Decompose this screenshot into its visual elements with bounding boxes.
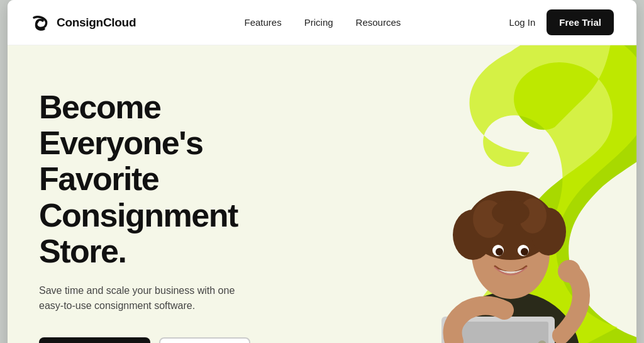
svg-point-14 bbox=[496, 248, 503, 256]
navbar: ConsignCloud Features Pricing Resources … bbox=[8, 0, 636, 45]
hero-section: Become Everyone's Favorite Consignment S… bbox=[8, 45, 636, 343]
nav-link-features[interactable]: Features bbox=[245, 17, 282, 28]
nav-actions: Log In Free Trial bbox=[509, 9, 614, 35]
free-trial-button[interactable]: Free Trial bbox=[547, 9, 614, 35]
hero-subtitle: Save time and scale your business with o… bbox=[39, 283, 253, 313]
hero-buttons: Schedule a Demo View Pricing bbox=[39, 337, 278, 343]
logo-text: ConsignCloud bbox=[57, 16, 136, 30]
nav-link-resources[interactable]: Resources bbox=[356, 17, 401, 28]
browser-window: ConsignCloud Features Pricing Resources … bbox=[8, 0, 636, 343]
hero-image-area bbox=[309, 45, 636, 343]
hero-content: Become Everyone's Favorite Consignment S… bbox=[8, 45, 309, 343]
hero-title: Become Everyone's Favorite Consignment S… bbox=[39, 89, 278, 269]
nav-link-pricing[interactable]: Pricing bbox=[304, 17, 333, 28]
logo-icon bbox=[30, 13, 50, 33]
login-button[interactable]: Log In bbox=[509, 17, 536, 28]
svg-point-16 bbox=[558, 260, 580, 283]
person-image bbox=[391, 121, 630, 343]
svg-point-15 bbox=[521, 248, 528, 256]
svg-point-11 bbox=[492, 200, 530, 225]
view-pricing-button[interactable]: View Pricing bbox=[159, 337, 250, 343]
nav-links: Features Pricing Resources bbox=[245, 17, 401, 28]
logo-area: ConsignCloud bbox=[30, 13, 136, 33]
schedule-demo-button[interactable]: Schedule a Demo bbox=[39, 337, 150, 343]
